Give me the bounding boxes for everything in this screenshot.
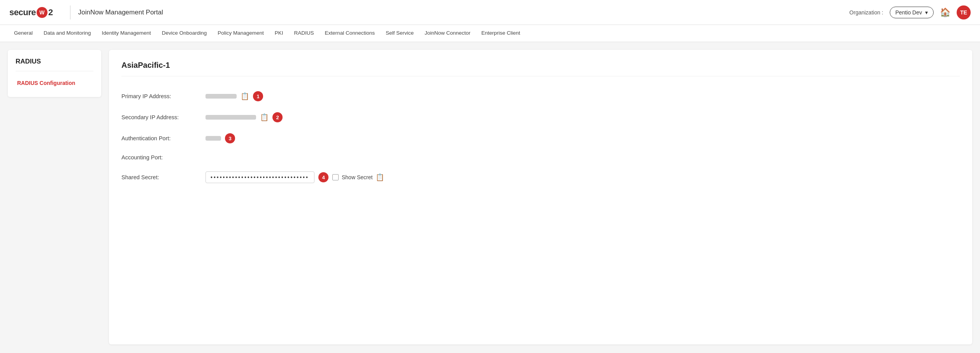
value-shared-secret: 4 Show Secret 📋 <box>205 171 384 183</box>
nav-item-joinnow[interactable]: JoinNow Connector <box>420 26 475 41</box>
header-right: Organization : Pentio Dev ▾ 🏠 TE <box>849 5 971 19</box>
badge-3: 3 <box>225 133 235 143</box>
show-secret-label: Show Secret <box>342 174 372 180</box>
row-primary-ip: Primary IP Address: 📋 1 <box>121 86 960 107</box>
badge-2: 2 <box>272 112 283 122</box>
show-secret-group: Show Secret 📋 <box>332 173 384 182</box>
nav-item-external[interactable]: External Connections <box>320 26 379 41</box>
section-title: AsiaPacific-1 <box>121 61 960 76</box>
show-secret-checkbox[interactable] <box>332 174 339 180</box>
value-auth-port: 3 <box>205 133 235 143</box>
sidebar: RADIUS RADIUS Configuration <box>8 50 101 97</box>
row-shared-secret: Shared Secret: 4 Show Secret 📋 <box>121 166 960 189</box>
secondary-ip-value <box>205 115 256 120</box>
content-panel: AsiaPacific-1 Primary IP Address: 📋 1 Se… <box>109 50 972 344</box>
nav-item-selfservice[interactable]: Self Service <box>381 26 418 41</box>
label-secondary-ip: Secondary IP Address: <box>121 114 199 120</box>
logo-badge: W <box>37 7 47 18</box>
label-auth-port: Authentication Port: <box>121 135 199 141</box>
nav-item-device[interactable]: Device Onboarding <box>157 26 212 41</box>
label-accounting-port: Accounting Port: <box>121 154 199 161</box>
primary-ip-value <box>205 94 237 99</box>
copy-secret-icon[interactable]: 📋 <box>376 173 384 182</box>
avatar: TE <box>957 5 971 19</box>
nav-item-radius[interactable]: RADIUS <box>290 26 319 41</box>
sidebar-item-radius-config[interactable]: RADIUS Configuration <box>16 77 93 89</box>
logo-number: 2 <box>48 7 53 18</box>
badge-1: 1 <box>253 91 263 101</box>
home-icon[interactable]: 🏠 <box>940 7 950 18</box>
portal-title: JoinNow Management Portal <box>78 9 850 16</box>
auth-port-value <box>205 136 221 141</box>
main-nav: General Data and Monitoring Identity Man… <box>0 25 980 42</box>
shared-secret-input[interactable] <box>205 171 314 183</box>
org-select[interactable]: Pentio Dev ▾ <box>890 7 934 18</box>
main-content: RADIUS RADIUS Configuration AsiaPacific-… <box>0 42 980 352</box>
header: secure W 2 JoinNow Management Portal Org… <box>0 0 980 25</box>
nav-item-data-monitoring[interactable]: Data and Monitoring <box>39 26 96 41</box>
nav-item-identity[interactable]: Identity Management <box>97 26 156 41</box>
row-secondary-ip: Secondary IP Address: 📋 2 <box>121 107 960 128</box>
value-primary-ip: 📋 1 <box>205 91 263 101</box>
header-divider <box>70 5 70 19</box>
logo-text-before: secure <box>9 7 36 18</box>
chevron-down-icon: ▾ <box>925 9 928 16</box>
nav-item-policy[interactable]: Policy Management <box>213 26 269 41</box>
org-label: Organization : <box>849 9 883 16</box>
value-secondary-ip: 📋 2 <box>205 112 283 122</box>
nav-item-enterprise[interactable]: Enterprise Client <box>477 26 525 41</box>
copy-secondary-ip-icon[interactable]: 📋 <box>260 113 269 122</box>
copy-primary-ip-icon[interactable]: 📋 <box>241 92 249 101</box>
nav-item-general[interactable]: General <box>9 26 37 41</box>
label-shared-secret: Shared Secret: <box>121 174 199 180</box>
row-auth-port: Authentication Port: 3 <box>121 128 960 149</box>
label-primary-ip: Primary IP Address: <box>121 93 199 99</box>
sidebar-title: RADIUS <box>16 58 93 71</box>
logo: secure W 2 <box>9 7 53 18</box>
org-name: Pentio Dev <box>896 9 922 16</box>
nav-item-pki[interactable]: PKI <box>270 26 288 41</box>
badge-4: 4 <box>318 172 328 182</box>
row-accounting-port: Accounting Port: <box>121 149 960 166</box>
